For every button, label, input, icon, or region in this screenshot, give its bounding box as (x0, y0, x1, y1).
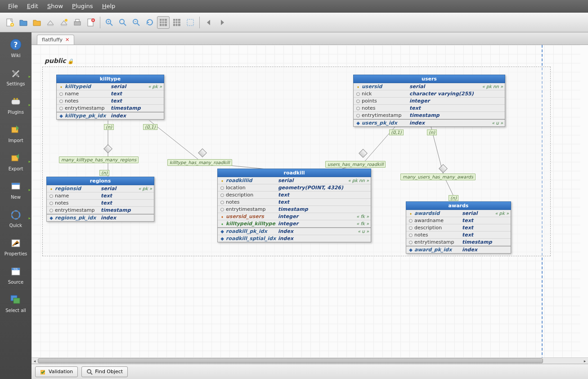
save-as-icon[interactable] (58, 16, 70, 29)
table-header[interactable]: regions (46, 177, 154, 185)
svg-point-20 (13, 71, 16, 74)
print-icon[interactable] (71, 16, 84, 29)
table-header[interactable]: awards (406, 201, 511, 210)
svg-point-11 (120, 19, 124, 24)
grid-snap-icon[interactable] (171, 16, 183, 29)
quick-button[interactable]: ▸Quick (0, 207, 31, 230)
svg-line-46 (90, 373, 92, 375)
table-awards[interactable]: awards ⬧awardsidserial« pk » ○awardnamet… (406, 201, 511, 254)
table-header[interactable]: users (353, 75, 505, 83)
column-icon: ○ (49, 208, 54, 213)
relation-label[interactable]: users_has_many_roadkill (325, 161, 386, 168)
zoom-fit-icon[interactable] (117, 16, 129, 29)
index-icon: ◆ (220, 236, 225, 241)
settings-button[interactable]: ▸Settings (0, 65, 31, 88)
close-file-icon[interactable] (85, 16, 97, 29)
svg-rect-22 (12, 100, 20, 104)
index-icon: ◆ (58, 113, 64, 118)
svg-text:SQL: SQL (13, 268, 18, 270)
column-icon: ○ (355, 113, 361, 118)
tab-label: flatfluffy (42, 37, 63, 43)
status-bar: Validation Find Object (31, 364, 588, 379)
separator (199, 17, 200, 28)
new-button[interactable]: ▸New (0, 178, 31, 201)
er-canvas[interactable]: public 🔒 (n) (0,1) (n) ( (31, 45, 580, 357)
menu-plugins[interactable]: Plugins (67, 1, 98, 11)
refresh-icon[interactable] (144, 16, 156, 29)
select-all-button[interactable]: Select all (0, 292, 31, 315)
new-file-icon[interactable] (4, 16, 16, 29)
column-icon: ○ (220, 192, 225, 197)
separator (100, 17, 100, 28)
close-tab-icon[interactable]: ✕ (65, 37, 69, 43)
column-icon: ○ (408, 232, 413, 237)
column-icon: ○ (58, 98, 64, 103)
properties-button[interactable]: Properties (0, 235, 31, 258)
index-icon: ◆ (408, 247, 413, 252)
column-icon: ○ (355, 91, 361, 96)
cardinality-label: (0,1) (389, 129, 404, 135)
menu-edit[interactable]: Edit (22, 1, 43, 11)
zoom-in-icon[interactable] (103, 16, 116, 29)
svg-rect-5 (74, 22, 81, 25)
pk-icon: ⬧ (355, 84, 361, 89)
tab-bar: flatfluffy ✕ (31, 32, 588, 45)
table-header[interactable]: roadkill (217, 169, 371, 177)
svg-rect-16 (173, 19, 180, 26)
pk-icon: ⬧ (220, 178, 225, 183)
index-icon: ◆ (355, 120, 361, 125)
recent-folder-icon[interactable] (31, 16, 43, 29)
menu-help[interactable]: Help (98, 1, 120, 11)
svg-line-12 (124, 23, 126, 26)
fk-icon: ⬧ (220, 214, 225, 219)
tab-flatfluffy[interactable]: flatfluffy ✕ (37, 35, 74, 45)
export-button[interactable]: ▸Export (0, 150, 31, 173)
scroll-right-icon[interactable]: ▸ (582, 358, 588, 364)
table-regions[interactable]: regions ⬧regionsidserial« pk » ○nametext… (46, 177, 154, 222)
prev-icon[interactable] (202, 16, 215, 29)
open-folder-icon[interactable] (17, 16, 30, 29)
search-icon (86, 369, 93, 375)
svg-rect-36 (13, 298, 20, 303)
save-icon[interactable] (44, 16, 57, 29)
column-icon: ○ (49, 201, 54, 205)
source-button[interactable]: SQLSource (0, 263, 31, 286)
plugins-button[interactable]: ▸Plugins (0, 94, 31, 116)
relation-label[interactable]: many_killtype_has_many_regions (59, 156, 139, 163)
pk-icon: ⬧ (49, 186, 54, 191)
scroll-left-icon[interactable]: ◂ (31, 358, 38, 364)
find-object-button[interactable]: Find Object (81, 366, 128, 377)
index-icon: ◆ (49, 215, 54, 220)
validation-button[interactable]: Validation (35, 366, 78, 377)
table-header[interactable]: killtype (56, 75, 164, 83)
menu-show[interactable]: Show (43, 1, 67, 11)
svg-point-21 (16, 74, 18, 76)
selection-icon[interactable] (184, 16, 197, 29)
relation-label[interactable]: killtype_has_many_roadkill (167, 159, 232, 166)
column-icon: ○ (408, 218, 413, 223)
menu-file[interactable]: File (4, 1, 22, 11)
table-roadkill[interactable]: roadkill ⬧roadkillidserial« pk nn » ○loc… (217, 169, 371, 242)
column-icon: ○ (220, 200, 225, 205)
pk-icon: ⬧ (408, 211, 413, 216)
wiki-button[interactable]: ?Wiki (0, 36, 31, 60)
menu-bar: File Edit Show Plugins Help (0, 0, 588, 13)
grid-icon[interactable] (157, 16, 170, 29)
cardinality-label: (n) (449, 195, 458, 201)
horizontal-scrollbar[interactable]: ◂ ▸ (31, 357, 588, 364)
lock-icon: 🔒 (67, 58, 74, 64)
svg-text:?: ? (13, 40, 18, 49)
table-users[interactable]: users ⬧usersidserial« pk nn » ○nickchara… (353, 75, 505, 127)
cardinality-label: (n) (99, 170, 109, 176)
column-icon: ○ (408, 240, 413, 245)
zoom-out-icon[interactable] (130, 16, 143, 29)
svg-point-4 (65, 19, 67, 22)
table-killtype[interactable]: killtype ⬧killtypeidserial« pk » ○namete… (56, 75, 164, 120)
relation-label[interactable]: many_users_has_many_awards (400, 174, 476, 180)
canvas-scroll[interactable]: public 🔒 (n) (0,1) (n) ( (31, 45, 588, 357)
scroll-thumb[interactable] (38, 358, 543, 363)
column-icon: ○ (49, 193, 54, 198)
pk-icon: ⬧ (58, 84, 64, 89)
next-icon[interactable] (216, 16, 229, 29)
import-button[interactable]: Import (0, 122, 31, 145)
